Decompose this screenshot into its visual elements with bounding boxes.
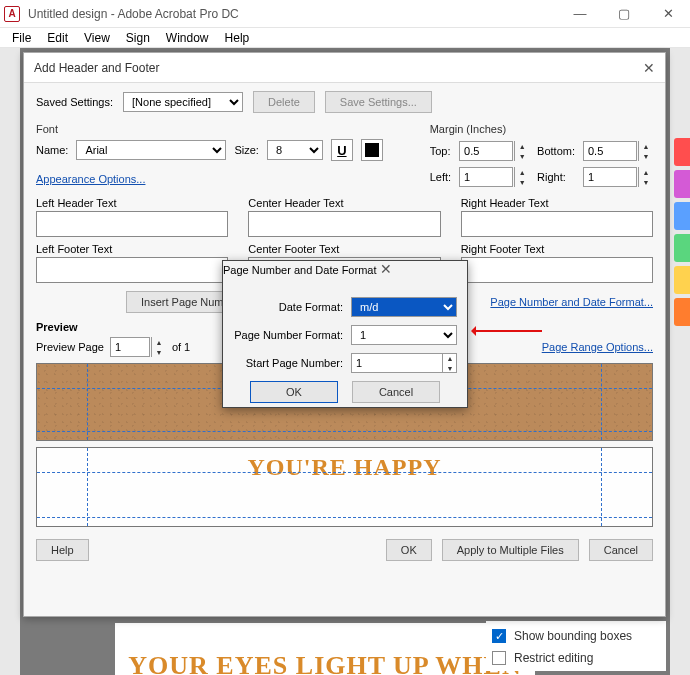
ribbon-tab-6[interactable]	[674, 298, 690, 326]
margin-right-label: Right:	[537, 171, 575, 183]
ribbon-tab-1[interactable]	[674, 138, 690, 166]
ribbon-tab-3[interactable]	[674, 202, 690, 230]
minimize-button[interactable]: —	[558, 0, 602, 28]
left-header-input[interactable]	[36, 211, 228, 237]
spin-up-icon[interactable]: ▲	[639, 167, 653, 177]
margin-group-label: Margin (Inches)	[430, 123, 653, 135]
menu-sign[interactable]: Sign	[118, 29, 158, 47]
checkbox-show-bounding[interactable]: ✓	[492, 629, 506, 643]
date-format-label: Date Format:	[233, 301, 343, 313]
left-footer-input[interactable]	[36, 257, 228, 283]
right-ribbon	[674, 138, 690, 585]
spin-up-icon[interactable]: ▲	[515, 141, 529, 151]
help-button[interactable]: Help	[36, 539, 89, 561]
spin-down-icon[interactable]: ▼	[639, 151, 653, 161]
page-range-options-link[interactable]: Page Range Options...	[542, 341, 653, 353]
document-page: YOUR EYES LIGHT UP WHEN	[115, 623, 535, 675]
label-show-bounding: Show bounding boxes	[514, 629, 632, 643]
center-header-label: Center Header Text	[248, 197, 440, 209]
document-text: YOUR EYES LIGHT UP WHEN	[128, 651, 521, 675]
ribbon-tab-5[interactable]	[674, 266, 690, 294]
spin-up-icon[interactable]: ▲	[639, 141, 653, 151]
font-group-label: Font	[36, 123, 390, 135]
spin-down-icon[interactable]: ▼	[639, 177, 653, 187]
ok-button[interactable]: OK	[386, 539, 432, 561]
apply-multiple-button[interactable]: Apply to Multiple Files	[442, 539, 579, 561]
annotation-arrow-icon	[474, 330, 542, 332]
left-header-label: Left Header Text	[36, 197, 228, 209]
size-label: Size:	[234, 144, 258, 156]
date-format-select[interactable]: m/d	[351, 297, 457, 317]
menu-window[interactable]: Window	[158, 29, 217, 47]
ribbon-tab-4[interactable]	[674, 234, 690, 262]
margin-top-label: Top:	[430, 145, 451, 157]
margin-left-label: Left:	[430, 171, 451, 183]
right-footer-label: Right Footer Text	[461, 243, 653, 255]
page-number-format-label: Page Number Format:	[233, 329, 343, 341]
underline-button[interactable]: U	[331, 139, 353, 161]
menu-view[interactable]: View	[76, 29, 118, 47]
font-size-select[interactable]: 8	[267, 140, 323, 160]
spin-down-icon[interactable]: ▼	[152, 347, 166, 357]
preview-page-label: Preview Page	[36, 341, 104, 353]
spin-down-icon[interactable]: ▼	[515, 151, 529, 161]
menu-edit[interactable]: Edit	[39, 29, 76, 47]
subdialog-ok-button[interactable]: OK	[250, 381, 338, 403]
preview-footer-box: YOU'RE HAPPY	[36, 447, 653, 527]
margin-right-input[interactable]	[583, 167, 637, 187]
dialog-close-icon[interactable]: ✕	[643, 60, 655, 76]
menu-file[interactable]: File	[4, 29, 39, 47]
right-header-input[interactable]	[461, 211, 653, 237]
page-number-format-select[interactable]: 1	[351, 325, 457, 345]
cancel-button[interactable]: Cancel	[589, 539, 653, 561]
margin-bottom-input[interactable]	[583, 141, 637, 161]
spin-up-icon[interactable]: ▲	[152, 337, 166, 347]
ribbon-tab-2[interactable]	[674, 170, 690, 198]
left-footer-label: Left Footer Text	[36, 243, 228, 255]
titlebar: A Untitled design - Adobe Acrobat Pro DC…	[0, 0, 690, 28]
spin-up-icon[interactable]: ▲	[443, 353, 457, 363]
subdialog-title: Page Number and Date Format	[223, 264, 376, 276]
saved-settings-label: Saved Settings:	[36, 96, 113, 108]
subdialog-close-icon[interactable]: ✕	[380, 261, 392, 277]
menubar: File Edit View Sign Window Help	[0, 28, 690, 48]
label-restrict-editing: Restrict editing	[514, 651, 593, 665]
center-header-input[interactable]	[248, 211, 440, 237]
margin-top-input[interactable]	[459, 141, 513, 161]
color-swatch-icon	[365, 143, 379, 157]
preview-footer-text: YOU'RE HAPPY	[37, 454, 652, 481]
subdialog-cancel-button[interactable]: Cancel	[352, 381, 440, 403]
start-page-number-label: Start Page Number:	[233, 357, 343, 369]
name-label: Name:	[36, 144, 68, 156]
menu-help[interactable]: Help	[217, 29, 258, 47]
page-number-date-format-link[interactable]: Page Number and Date Format...	[490, 296, 653, 308]
font-name-select[interactable]: Arial	[76, 140, 226, 160]
margin-left-input[interactable]	[459, 167, 513, 187]
appearance-options-link[interactable]: Appearance Options...	[36, 173, 145, 185]
saved-settings-select[interactable]: [None specified]	[123, 92, 243, 112]
margin-bottom-label: Bottom:	[537, 145, 575, 157]
center-footer-label: Center Footer Text	[248, 243, 440, 255]
maximize-button[interactable]: ▢	[602, 0, 646, 28]
dialog-title: Add Header and Footer	[34, 61, 159, 75]
spin-down-icon[interactable]: ▼	[443, 363, 457, 373]
spin-down-icon[interactable]: ▼	[515, 177, 529, 187]
right-footer-input[interactable]	[461, 257, 653, 283]
options-panel: ✓ Show bounding boxes Restrict editing	[486, 621, 666, 671]
right-header-label: Right Header Text	[461, 197, 653, 209]
checkbox-restrict-editing[interactable]	[492, 651, 506, 665]
font-color-button[interactable]	[361, 139, 383, 161]
close-window-button[interactable]: ✕	[646, 0, 690, 28]
window-title: Untitled design - Adobe Acrobat Pro DC	[28, 7, 239, 21]
preview-page-input[interactable]	[110, 337, 150, 357]
delete-button[interactable]: Delete	[253, 91, 315, 113]
dialog-page-number-date-format: Page Number and Date Format ✕ Date Forma…	[222, 260, 468, 408]
preview-of-label: of 1	[172, 341, 190, 353]
save-settings-button[interactable]: Save Settings...	[325, 91, 432, 113]
app-icon: A	[4, 6, 20, 22]
spin-up-icon[interactable]: ▲	[515, 167, 529, 177]
